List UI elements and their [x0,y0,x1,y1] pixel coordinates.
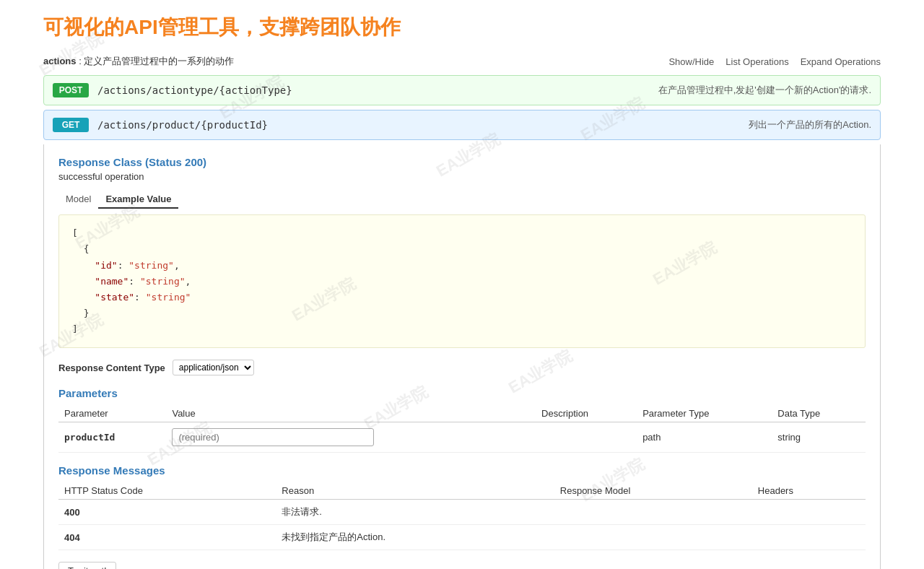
list-operations-link[interactable]: List Operations [725,56,788,67]
model-tab[interactable]: Model [58,191,98,209]
resp-reason-404: 未找到指定产品的Action. [276,525,554,550]
example-value-tab[interactable]: Example Value [98,191,178,209]
post-api-row[interactable]: POST /actions/actiontype/{actionType} 在产… [43,75,881,105]
resp-col-headers: Headers [752,482,866,500]
section-title: actions : 定义产品管理过程中的一系列的动作 [43,55,234,68]
content-type-select[interactable]: application/json [173,360,254,375]
resp-col-model: Response Model [554,482,752,500]
response-messages-title: Response Messages [58,464,866,477]
response-row-400: 400 非法请求. [58,500,866,525]
parameters-table: Parameter Value Description Parameter Ty… [58,405,866,453]
param-row: productId path string [58,422,866,453]
resp-col-status: HTTP Status Code [58,482,276,500]
resp-headers-400 [752,500,866,525]
resp-model-404 [554,525,752,550]
show-hide-link[interactable]: Show/Hide [668,56,714,67]
param-name: productId [58,422,166,453]
resp-status-404: 404 [58,525,276,550]
page-title: 可视化的API管理工具，支撑跨团队协作 [43,14,881,40]
response-row-404: 404 未找到指定产品的Action. [58,525,866,550]
param-col-description: Description [536,405,637,422]
try-it-button[interactable]: Try it out! [58,562,116,569]
post-api-path: /actions/actiontype/{actionType} [97,84,658,96]
resp-model-400 [554,500,752,525]
content-type-label: Response Content Type [58,362,165,373]
resp-col-reason: Reason [276,482,554,500]
get-api-row[interactable]: GET /actions/product/{productId} 列出一个产品的… [43,110,881,140]
parameters-title: Parameters [58,387,866,399]
model-tabs: Model Example Value [58,191,866,209]
param-col-datatype: Data Type [772,405,866,422]
post-api-description: 在产品管理过程中,发起'创建一个新的Action'的请求. [658,84,871,97]
resp-reason-400: 非法请求. [276,500,554,525]
response-messages-table: HTTP Status Code Reason Response Model H… [58,482,866,550]
parameters-section: Parameters Parameter Value Description P… [58,387,866,453]
get-api-description: 列出一个产品的所有的Action. [749,118,871,131]
expanded-get-section: Response Class (Status 200) successful o… [43,144,881,569]
param-data-type: string [772,422,866,453]
section-description: : 定义产品管理过程中的一系列的动作 [79,56,234,66]
param-description [536,422,637,453]
param-col-type: Parameter Type [637,405,772,422]
code-example: [ { "id": "string", "name": "string", "s… [58,214,866,348]
content-type-row: Response Content Type application/json [58,360,866,375]
get-api-path: /actions/product/{productId} [97,119,749,131]
section-name: actions [43,56,77,66]
section-actions: Show/Hide List Operations Expand Operati… [668,56,881,67]
param-value-cell [166,422,536,453]
resp-status-400: 400 [58,500,276,525]
section-header: actions : 定义产品管理过程中的一系列的动作 Show/Hide Lis… [43,55,881,68]
param-col-value: Value [166,405,536,422]
response-class-title: Response Class (Status 200) [58,156,866,168]
expand-operations-link[interactable]: Expand Operations [801,56,881,67]
response-messages-section: Response Messages HTTP Status Code Reaso… [58,464,866,550]
param-col-parameter: Parameter [58,405,166,422]
response-class-subtitle: successful operation [58,171,866,182]
get-method-badge: GET [53,118,89,132]
param-value-input[interactable] [172,428,374,446]
param-type: path [637,422,772,453]
resp-headers-404 [752,525,866,550]
post-method-badge: POST [53,83,89,97]
